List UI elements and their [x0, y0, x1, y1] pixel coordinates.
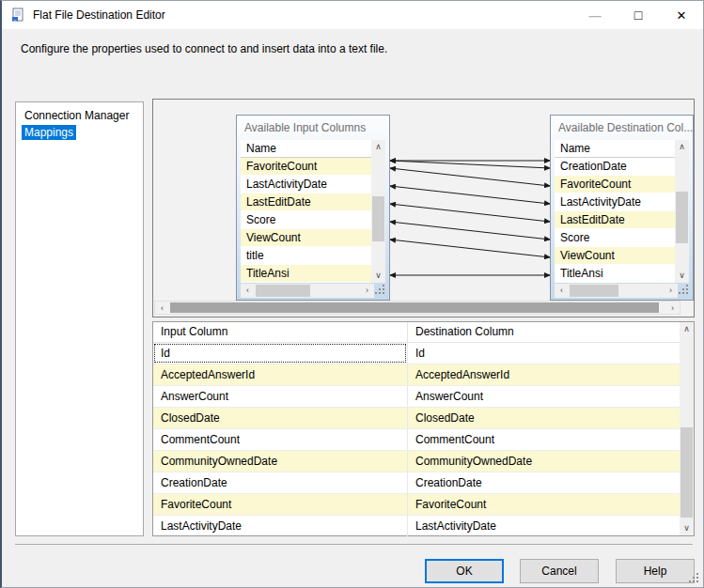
sidebar-item-connection-manager[interactable]: Connection Manager: [16, 107, 143, 124]
mapping-line[interactable]: [390, 222, 550, 240]
input-column-cell[interactable]: Id: [153, 343, 407, 364]
input-column-cell[interactable]: LastActivityDate: [153, 516, 407, 536]
destination-column-cell[interactable]: CreationDate: [407, 472, 680, 493]
maximize-button[interactable]: □: [617, 1, 660, 29]
mappings-table: Input Column Destination Column IdIdAcce…: [152, 321, 695, 536]
separator-line: [15, 544, 693, 545]
scroll-up-icon[interactable]: ∧: [371, 140, 385, 154]
column-list-item[interactable]: CreationDate: [555, 158, 675, 176]
sidebar-item-label: Mappings: [22, 125, 76, 140]
available-destination-columns-box: Available Destination Col... NameCreatio…: [550, 115, 694, 301]
column-list-header: Name: [555, 140, 675, 158]
scroll-down-icon[interactable]: ∨: [680, 521, 694, 535]
scroll-left-icon[interactable]: ‹: [241, 284, 255, 298]
window-title: Flat File Destination Editor: [33, 8, 165, 22]
scrollbar-thumb[interactable]: [676, 192, 688, 243]
ok-button[interactable]: OK: [425, 559, 504, 583]
scrollbar-thumb[interactable]: [570, 285, 618, 297]
table-row: IdId: [153, 343, 680, 364]
destination-column-cell[interactable]: Id: [407, 343, 680, 364]
scroll-right-icon[interactable]: ›: [360, 284, 374, 298]
mapping-line[interactable]: [390, 204, 550, 222]
destination-column-cell[interactable]: ClosedDate: [407, 408, 680, 428]
table-vertical-scrollbar[interactable]: ∧ ∨: [680, 322, 694, 535]
destination-list-horizontal-scrollbar[interactable]: ‹ ›: [555, 284, 678, 298]
minimize-button[interactable]: —: [573, 1, 617, 29]
column-list-item[interactable]: TitleAnsi: [555, 265, 675, 283]
input-column-cell[interactable]: FavoriteCount: [153, 494, 407, 515]
close-button[interactable]: ✕: [660, 1, 703, 29]
mapping-panel-horizontal-scrollbar[interactable]: ‹ ›: [154, 301, 681, 315]
input-column-cell[interactable]: ClosedDate: [153, 408, 407, 428]
column-list-item[interactable]: ViewCount: [241, 229, 371, 247]
table-row: CreationDateCreationDate: [153, 472, 680, 494]
column-list-item[interactable]: Score: [241, 211, 371, 229]
scroll-right-icon[interactable]: ›: [665, 302, 680, 316]
minimize-icon: —: [589, 8, 602, 23]
table-header-row: Input Column Destination Column: [153, 322, 680, 343]
mapping-line[interactable]: [390, 240, 550, 257]
table-row: FavoriteCountFavoriteCount: [153, 494, 680, 516]
maximize-icon: □: [634, 8, 642, 22]
mapping-panel: Available Input Columns NameFavoriteCoun…: [152, 99, 695, 317]
destination-column-cell[interactable]: FavoriteCount: [407, 494, 680, 515]
column-list-item[interactable]: LastEditDate: [241, 193, 371, 211]
scroll-down-icon[interactable]: ∨: [371, 269, 385, 283]
window-resize-grip[interactable]: [696, 573, 698, 575]
table-row: CommunityOwnedDateCommunityOwnedDate: [153, 451, 680, 472]
column-list-item[interactable]: TitleAnsi: [241, 265, 371, 283]
column-list-item[interactable]: FavoriteCount: [555, 176, 675, 193]
title-bar[interactable]: Flat File Destination Editor — □ ✕: [2, 1, 703, 29]
help-button[interactable]: Help: [616, 559, 695, 583]
input-column-header: Input Column: [153, 322, 407, 342]
input-columns-list: NameFavoriteCountLastActivityDateLastEdi…: [241, 140, 385, 283]
input-column-cell[interactable]: AnswerCount: [153, 386, 407, 407]
mapping-line[interactable]: [390, 186, 550, 204]
destination-column-cell[interactable]: AcceptedAnswerId: [407, 364, 680, 385]
scroll-left-icon[interactable]: ‹: [155, 302, 169, 316]
destination-column-cell[interactable]: CommentCount: [407, 429, 680, 450]
pages-list: Connection ManagerMappings: [15, 101, 144, 536]
sidebar-item-mappings[interactable]: Mappings: [16, 124, 143, 141]
input-column-cell[interactable]: CommunityOwnedDate: [153, 451, 407, 472]
destination-list-vertical-scrollbar[interactable]: ∧ ∨: [675, 140, 689, 283]
scroll-right-icon[interactable]: ›: [664, 284, 678, 298]
sidebar-item-label: Connection Manager: [22, 108, 132, 123]
input-list-horizontal-scrollbar[interactable]: ‹ ›: [241, 284, 374, 298]
table-row: ClosedDateClosedDate: [153, 408, 680, 429]
scrollbar-thumb[interactable]: [170, 302, 659, 313]
close-icon: ✕: [677, 8, 687, 23]
scroll-up-icon[interactable]: ∧: [680, 322, 694, 336]
destination-column-cell[interactable]: LastActivityDate: [407, 516, 680, 536]
destination-column-cell[interactable]: CommunityOwnedDate: [407, 451, 680, 472]
column-list-item[interactable]: Score: [555, 229, 675, 247]
column-list-item[interactable]: LastActivityDate: [241, 176, 371, 193]
input-list-vertical-scrollbar[interactable]: ∧ ∨: [371, 140, 385, 283]
table-row: AnswerCountAnswerCount: [153, 386, 680, 408]
column-list-item[interactable]: FavoriteCount: [241, 158, 371, 176]
box-resize-grip[interactable]: [383, 285, 384, 286]
mapping-line[interactable]: [390, 161, 550, 168]
mapping-line[interactable]: [390, 168, 550, 186]
scroll-up-icon[interactable]: ∧: [675, 140, 689, 154]
available-input-columns-box: Available Input Columns NameFavoriteCoun…: [236, 115, 390, 301]
scrollbar-thumb[interactable]: [681, 427, 693, 518]
column-list-item[interactable]: ViewCount: [555, 247, 675, 265]
box-resize-grip[interactable]: [686, 285, 688, 286]
input-column-cell[interactable]: CommentCount: [153, 429, 407, 450]
column-list-item[interactable]: title: [241, 247, 371, 265]
scroll-left-icon[interactable]: ‹: [555, 284, 569, 298]
available-destination-columns-title: Available Destination Col...: [551, 116, 693, 140]
input-column-cell[interactable]: AcceptedAnswerId: [153, 364, 407, 385]
cancel-button[interactable]: Cancel: [520, 559, 599, 583]
scroll-down-icon[interactable]: ∨: [675, 269, 689, 283]
column-list-item[interactable]: LastActivityDate: [555, 193, 675, 211]
dialog-description: Configure the properties used to connect…: [21, 42, 387, 55]
destination-column-header: Destination Column: [407, 322, 680, 342]
column-list-item[interactable]: LastEditDate: [555, 211, 675, 229]
scrollbar-thumb[interactable]: [372, 196, 384, 241]
input-column-cell[interactable]: CreationDate: [153, 472, 407, 493]
scrollbar-thumb[interactable]: [256, 285, 310, 297]
destination-column-cell[interactable]: AnswerCount: [407, 386, 680, 407]
dialog-window: Flat File Destination Editor — □ ✕ Confi…: [0, 0, 704, 588]
